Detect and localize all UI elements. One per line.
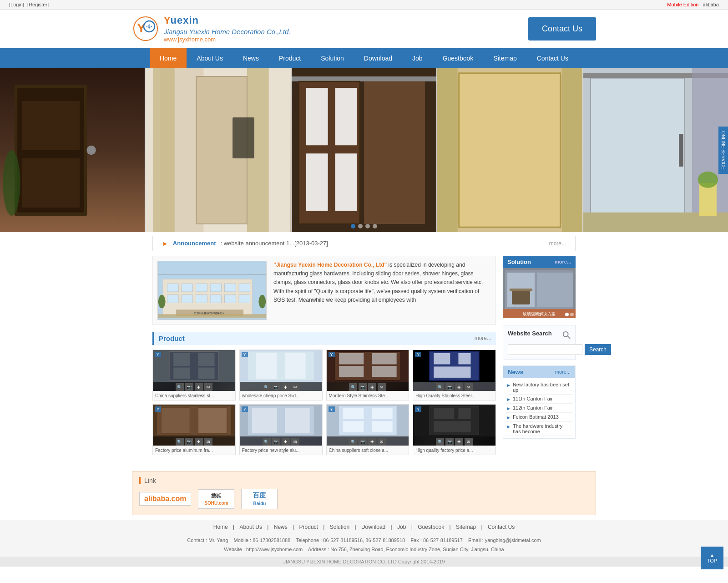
solution-dot-2[interactable] <box>570 313 574 316</box>
baidu-logo[interactable]: 百度 Baidu <box>241 489 278 509</box>
product-action-btn[interactable]: 🔍 <box>263 383 271 391</box>
nav-item-home[interactable]: Home <box>150 48 187 68</box>
product-action-btn[interactable]: 📷 <box>185 383 193 391</box>
product-action-btn[interactable]: ✉ <box>378 438 386 446</box>
solution-title: Solution <box>507 259 531 265</box>
product-more[interactable]: more... <box>475 335 491 341</box>
product-action-btn[interactable]: ✉ <box>465 438 473 446</box>
product-card-4[interactable]: Y 🔍 📷 ✚ <box>413 350 496 400</box>
nav-item-news[interactable]: News <box>233 48 269 68</box>
about-section: 江苏悦鑫家装有限公司 "Jiangsu Yuexin Home Decorati… <box>152 256 496 325</box>
product-action-btn[interactable]: ✚ <box>195 383 203 391</box>
product-action-btn[interactable]: 🔍 <box>349 383 357 391</box>
product-card-1[interactable]: Y 🔍 📷 <box>152 350 236 400</box>
product-action-btn[interactable]: 🔍 <box>436 438 444 446</box>
product-action-btn[interactable]: ✚ <box>368 438 376 446</box>
product-action-btn[interactable]: 📷 <box>445 438 454 446</box>
news-item-2[interactable]: ► 111th Canton Fair <box>506 395 573 404</box>
svg-rect-6 <box>22 158 80 208</box>
nav-item-download[interactable]: Download <box>354 48 402 68</box>
alibaba-logo[interactable]: alibaba.com <box>139 492 191 506</box>
product-action-btn[interactable]: ✉ <box>465 383 473 391</box>
nav-item-contact[interactable]: Contact Us <box>527 48 578 68</box>
nav-item-product[interactable]: Product <box>269 48 311 68</box>
product-actions-1: 🔍 📷 ✚ ✉ <box>153 382 235 391</box>
about-image: 江苏悦鑫家装有限公司 <box>157 261 267 320</box>
nav-item-guestbook[interactable]: Guestbook <box>433 48 484 68</box>
product-action-btn[interactable]: ✉ <box>291 438 299 446</box>
product-action-btn[interactable]: 📷 <box>359 383 367 391</box>
search-input[interactable] <box>508 344 582 355</box>
footer-nav-sitemap[interactable]: Sitemap <box>456 524 476 530</box>
product-card-2[interactable]: Y 🔍 📷 ✚ ✉ <box>239 350 323 400</box>
banner-dot-1[interactable] <box>351 224 355 228</box>
footer-nav-job[interactable]: Job <box>397 524 406 530</box>
footer-nav-product[interactable]: Product <box>299 524 318 530</box>
solution-dot-1[interactable] <box>565 313 569 316</box>
nav-item-sitemap[interactable]: Sitemap <box>483 48 526 68</box>
footer-nav-news[interactable]: News <box>274 524 288 530</box>
product-action-btn[interactable]: ✉ <box>378 383 386 391</box>
product-card-6[interactable]: Y 🔍 📷 ✚ ✉ <box>239 404 323 455</box>
product-action-btn[interactable]: 📷 <box>359 438 367 446</box>
product-action-btn[interactable]: ✚ <box>368 383 376 391</box>
footer-nav-about[interactable]: About Us <box>240 524 262 530</box>
product-action-btn[interactable]: 🔍 <box>176 438 184 446</box>
news-item-5[interactable]: ► The hardware industry has become <box>506 422 573 436</box>
svg-rect-69 <box>372 353 396 365</box>
online-service[interactable]: ONLINE SERVICE <box>718 127 728 174</box>
news-more[interactable]: more... <box>555 369 571 375</box>
product-action-btn[interactable]: ✚ <box>195 438 203 446</box>
product-action-btn[interactable]: ✚ <box>455 383 463 391</box>
footer-tel-label: Telephone <box>296 537 319 543</box>
news-item-1[interactable]: ► New factory has been set up <box>506 380 573 395</box>
product-action-btn[interactable]: 🔍 <box>349 438 357 446</box>
banner-dot-2[interactable] <box>358 224 363 228</box>
product-action-btn[interactable]: ✉ <box>204 383 212 391</box>
product-action-btn[interactable]: ✉ <box>291 383 299 391</box>
product-action-btn[interactable]: 📷 <box>185 438 193 446</box>
banner-dot-4[interactable] <box>373 224 377 228</box>
mobile-edition-link[interactable]: Mobile Edition <box>667 2 698 7</box>
solution-more[interactable]: more... <box>555 259 571 264</box>
svg-rect-30 <box>591 78 685 226</box>
svg-rect-25 <box>459 73 561 227</box>
sohu-logo[interactable]: 搜狐 SOHU.com <box>198 489 234 509</box>
footer-nav-contact[interactable]: Contact Us <box>488 524 515 530</box>
footer-nav-guestbook[interactable]: Guestbook <box>418 524 444 530</box>
register-link[interactable]: [Register] <box>27 2 49 7</box>
news-item-3[interactable]: ► 112th Canton Fair <box>506 404 573 413</box>
product-card-3[interactable]: Y 🔍 📷 <box>326 350 410 400</box>
contact-us-header-button[interactable]: Contact Us <box>528 17 596 41</box>
product-action-btn[interactable]: ✚ <box>455 438 463 446</box>
product-action-btn[interactable]: 🔍 <box>263 438 271 446</box>
product-action-btn[interactable]: ✚ <box>282 438 290 446</box>
scroll-to-top[interactable]: ▲ TOP <box>701 547 723 567</box>
product-action-btn[interactable]: 📷 <box>272 383 280 391</box>
footer-website-line: Website : http://www.jsyxhome.com Addres… <box>2 545 726 554</box>
product-action-btn[interactable]: ✉ <box>204 438 212 446</box>
footer-contact-line: Contact : Mr. Yang Mobile : 86-178025818… <box>2 536 726 545</box>
news-item-4[interactable]: ► Feicon Batimat 2013 <box>506 413 573 422</box>
product-action-btn[interactable]: 🔍 <box>436 383 444 391</box>
footer-nav-solution[interactable]: Solution <box>330 524 349 530</box>
announcement-more[interactable]: more... <box>549 240 566 247</box>
top-bar-auth[interactable]: [Login] [Register] <box>9 2 49 7</box>
search-button[interactable]: Search <box>585 344 611 355</box>
product-action-btn[interactable]: 📷 <box>272 438 280 446</box>
banner-dot-3[interactable] <box>365 224 370 228</box>
product-card-5[interactable]: Y 🔍 📷 ✚ ✉ <box>152 404 236 455</box>
nav-item-job[interactable]: Job <box>402 48 433 68</box>
product-action-btn[interactable]: 🔍 <box>176 383 184 391</box>
footer-copyright: JIANGSU YIJEXIN HOME DECORATION CO.,LTD … <box>0 557 728 567</box>
nav-item-solution[interactable]: Solution <box>311 48 354 68</box>
product-card-7[interactable]: Y 🔍 📷 <box>326 404 410 455</box>
product-action-btn[interactable]: 📷 <box>445 383 454 391</box>
login-link[interactable]: [Login] <box>9 2 24 7</box>
alibaba-link[interactable]: alibaba <box>703 2 719 7</box>
footer-nav-home[interactable]: Home <box>213 524 228 530</box>
product-card-8[interactable]: Y 🔍 📷 ✚ <box>413 404 496 455</box>
product-action-btn[interactable]: ✚ <box>282 383 290 391</box>
nav-item-about[interactable]: About Us <box>187 48 233 68</box>
footer-nav-download[interactable]: Download <box>361 524 385 530</box>
